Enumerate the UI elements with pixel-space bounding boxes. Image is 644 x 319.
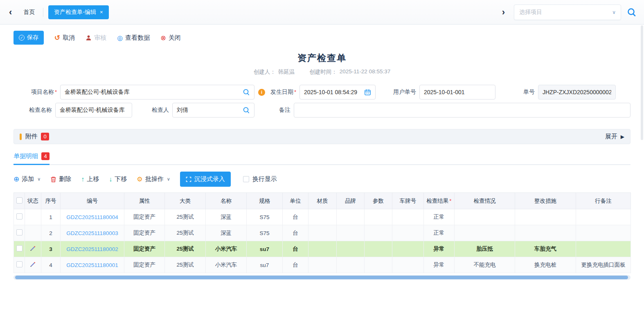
edit-pencil-icon[interactable] [30,245,36,251]
cell-material [308,225,337,241]
project-name-input[interactable]: 金桥装配公司-机械设备库 [60,85,254,100]
user-order-no-input[interactable]: 2025-10-01-001 [419,85,495,100]
delete-row-button[interactable]: 删除 [50,175,71,183]
cell-brand [337,209,365,225]
project-select[interactable]: 选择项目 ∨ [514,5,621,20]
row-checkbox[interactable] [16,245,23,251]
asset-code-link[interactable]: GDZC202511180002 [66,246,118,252]
cell-attr: 固定资产 [124,241,165,257]
cell-spec: su7 [247,241,283,257]
project-select-placeholder: 选择项目 [519,9,612,16]
batch-ops-button[interactable]: ⚙ 批操作 ∨ [137,175,170,183]
table-row[interactable]: 4GDZC202511180001固定资产25测试小米汽车su7台异常不能充电换… [14,257,631,273]
search-icon[interactable] [243,88,250,96]
table-toolbar: ⊕ 添加 ∨ 删除 ↑ 上移 ↓ 下移 ⚙ 批操作 ∨ 沉浸式录入 换行显示 [14,172,630,187]
asset-code-link[interactable]: GDZC202511180001 [66,262,118,268]
asset-code-link[interactable]: GDZC202511180003 [66,230,118,236]
cell-attr: 固定资产 [124,257,165,273]
tab-home[interactable]: 首页 [15,9,43,16]
calendar-icon[interactable] [364,89,371,96]
expand-button[interactable]: 展开 ▶ [605,133,624,140]
col-header: 状态 [25,193,41,209]
move-up-button[interactable]: ↑ 上移 [81,175,99,183]
horizontal-scrollbar-thumb[interactable] [15,276,628,279]
attachment-section-bar[interactable]: 附件 0 展开 ▶ [14,129,630,144]
info-icon[interactable]: i [258,89,265,96]
cell-category: 25测试 [165,257,206,273]
cell-param [365,241,392,257]
cell-category: 25测试 [165,241,206,257]
wrap-display-toggle[interactable]: 换行显示 [243,175,277,183]
undo-icon: ↺ [54,34,60,42]
col-header: 品牌 [337,193,365,209]
col-header: 规格 [247,193,283,209]
cell-name: 深蓝 [206,209,247,225]
chevron-down-icon: ∨ [167,176,170,182]
row-status-cell[interactable] [25,241,41,257]
tab-asset-check-edit[interactable]: 资产检查单-编辑 × [48,5,108,19]
table-row[interactable]: 1GDZC202511180004固定资产25测试深蓝S75台正常 [14,209,631,225]
cell-measure [515,225,576,241]
cell-row-remark [576,225,631,241]
checker-label: 检查人 [132,106,172,114]
check-name-input[interactable]: 金桥装配公司-机械设备库 [55,103,132,118]
cell-material [308,257,337,273]
row-checkbox[interactable] [16,229,23,235]
cell-result: 正常 [424,209,455,225]
tab-detail[interactable]: 单据明细 4 [14,152,50,165]
close-button[interactable]: ⊗ 关闭 [160,34,180,42]
cancel-button[interactable]: ↺ 取消 [54,34,75,42]
detail-table: 状态序号编号属性大类名称规格单位材质品牌参数车牌号检查结果*检查情况整改措施行备… [14,192,631,273]
cell-code[interactable]: GDZC202511180002 [61,241,124,257]
global-search-icon[interactable] [627,7,637,17]
cell-spec: S75 [247,225,283,241]
tab-close-icon[interactable]: × [100,9,103,15]
audit-button[interactable]: 审核 [86,34,106,42]
immersive-entry-button[interactable]: 沉浸式录入 [180,172,231,187]
col-header: 车牌号 [392,193,424,209]
creator-label: 创建人： [254,68,276,76]
table-row[interactable]: 2GDZC202511180003固定资产25测试深蓝S75台正常 [14,225,631,241]
creator-value: 韩延温 [278,68,295,76]
row-status-cell[interactable] [25,257,41,273]
row-checkbox[interactable] [16,213,23,219]
tab-asset-check-edit-label: 资产检查单-编辑 [54,9,96,16]
cell-name: 小米汽车 [206,241,247,257]
cell-measure: 换充电桩 [515,257,576,273]
horizontal-scrollbar[interactable] [14,275,630,280]
cell-row-remark [576,209,631,225]
wrap-display-checkbox[interactable] [243,176,249,182]
add-row-button[interactable]: ⊕ 添加 ∨ [14,175,41,183]
cell-unit: 台 [283,241,308,257]
project-name-label: 项目名称 [14,88,60,96]
move-down-button[interactable]: ↓ 下移 [109,175,127,183]
attachment-label: 附件 [25,133,38,140]
view-data-button[interactable]: ◎ 查看数据 [117,34,150,42]
checker-input[interactable]: 刘倩 [172,103,254,118]
cell-situation: 胎压抵 [455,241,515,257]
asset-code-link[interactable]: GDZC202511180004 [66,214,118,220]
row-select-cell [14,225,25,241]
table-row[interactable]: 3GDZC202511180002固定资产25测试小米汽车su7台异常胎压抵车胎… [14,241,631,257]
person-icon [86,35,92,41]
cell-code[interactable]: GDZC202511180001 [61,257,124,273]
cell-code[interactable]: GDZC202511180003 [61,225,124,241]
tabs-scroll-left-icon[interactable]: ‹ [6,8,15,17]
cell-seq: 4 [41,257,61,273]
cell-seq: 2 [41,225,61,241]
edit-pencil-icon[interactable] [30,261,36,267]
cell-name: 深蓝 [206,225,247,241]
select-all-checkbox[interactable] [16,197,23,204]
save-button[interactable]: ✓ 保存 [14,31,44,45]
cell-code[interactable]: GDZC202511180004 [61,209,124,225]
search-icon[interactable] [243,106,250,114]
remark-input[interactable] [294,103,630,118]
row-checkbox[interactable] [16,261,23,267]
cell-unit: 台 [283,257,308,273]
vertical-scrollbar-thumb[interactable] [641,25,643,140]
occur-date-input[interactable]: 2025-10-01 08:54:29 [299,85,376,100]
cell-plate [392,257,424,273]
tabs-scroll-right-icon[interactable]: › [499,8,508,17]
col-header: 整改措施 [515,193,576,209]
col-header: 序号 [41,193,61,209]
